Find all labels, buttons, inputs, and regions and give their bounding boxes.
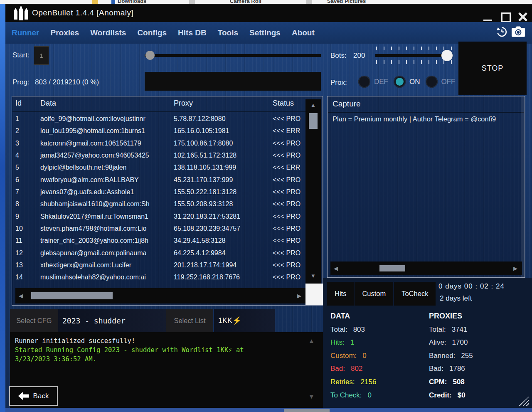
maximize-button[interactable] [501, 12, 511, 22]
window-bottom-edge [5, 408, 532, 412]
radio-icon[interactable] [426, 76, 438, 88]
bots-slider-thumb[interactable] [441, 50, 453, 61]
table-row[interactable]: 7 jevans07@g.uafs.edu:Asshole1 155.50.22… [15, 186, 305, 198]
back-button-label: Back [33, 392, 49, 400]
nav-tab[interactable]: Settings [249, 28, 281, 37]
stop-button[interactable]: STOP [458, 42, 527, 95]
nav-tab[interactable]: Tools [218, 28, 238, 37]
scrollbar-thumb[interactable] [309, 113, 318, 129]
select-config-button[interactable]: Select CFG [10, 309, 58, 332]
capture-vertical-scrollbar[interactable] [521, 97, 524, 277]
skip-slider-thumb[interactable] [145, 51, 155, 60]
column-header-proxy[interactable]: Proxy [174, 99, 273, 108]
cell-data: Shkatulov2017@mail.ru:Townsman1 [40, 210, 174, 222]
history-icon[interactable] [495, 25, 508, 38]
proxies-stats-rows: Total:3741 Alive:1700 Banned:255 Bad:178… [429, 323, 527, 402]
nav-tab[interactable]: Hits DB [178, 28, 207, 37]
results-tab-button[interactable]: Custom [355, 282, 393, 306]
prox-label: Prox: [330, 79, 347, 87]
minimize-button[interactable] [483, 20, 492, 21]
stat-value: $0 [458, 391, 466, 399]
camera-icon[interactable] [511, 25, 526, 38]
cell-proxy: 5.78.87.122:8080 [174, 113, 273, 125]
skip-slider-track[interactable] [145, 54, 321, 57]
table-row[interactable]: 8 shubhamjaiswal1610@gmail.com:Sh 155.50… [15, 198, 305, 210]
prox-radio-option[interactable]: ON [394, 76, 420, 88]
table-row[interactable]: 2 lou_lou1995@hotmail.com:1burns1 165.16… [15, 125, 305, 137]
scroll-down-icon[interactable]: ▼ [308, 394, 315, 399]
column-header-status[interactable]: Status [273, 99, 305, 108]
prox-radio-option[interactable]: OFF [426, 76, 456, 88]
table-header-divider [12, 111, 305, 112]
scroll-up-icon[interactable]: ▲ [310, 102, 316, 108]
table-row[interactable]: 6 nwaforyou@aim.com:BALLBABY 45.231.170.… [15, 174, 305, 186]
table-row[interactable]: 10 steven.pham4798@hotmail.com:Lio 65.10… [15, 222, 305, 234]
table-row[interactable]: 5 dylpicl@bellsouth.net:98jalen 138.118.… [15, 161, 305, 173]
back-button[interactable]: Back [9, 386, 58, 406]
cell-id: 10 [15, 222, 40, 234]
column-header-id[interactable]: Id [15, 99, 40, 108]
table-horizontal-scrollbar[interactable]: ◀ ▶ [15, 288, 305, 303]
results-buttons: HitsCustomToCheck [327, 282, 436, 306]
table-row[interactable]: 13 xthextigerx@gmail.com:Lucifer 201.218… [15, 259, 305, 271]
capture-horizontal-scrollbar[interactable]: ◀ ▶ [330, 262, 522, 275]
scroll-left-icon[interactable]: ◀ [334, 266, 338, 271]
table-row[interactable]: 3 katcronn@gmail.com:1061561179 175.100.… [15, 137, 305, 149]
table-row[interactable]: 9 Shkatulov2017@mail.ru:Townsman1 31.220… [15, 210, 305, 222]
cell-proxy: 45.231.170.137:999 [174, 174, 273, 186]
cell-id: 2 [15, 125, 40, 137]
window-bottom-edge-segment [284, 409, 330, 412]
prox-radio-option[interactable]: DEF [358, 76, 388, 88]
scroll-right-icon[interactable]: ▶ [297, 293, 301, 299]
cell-id: 6 [15, 174, 40, 186]
start-input[interactable]: 1 [34, 46, 49, 65]
radio-icon[interactable] [358, 76, 370, 88]
close-button[interactable] [517, 11, 528, 22]
desktop-folder-label: Saved Pictures [327, 0, 366, 4]
stat-value: 1700 [452, 338, 468, 346]
results-tab-button[interactable]: Hits [327, 282, 354, 306]
cell-data: nwaforyou@aim.com:BALLBABY [40, 174, 174, 186]
folder-icon-sliver [111, 0, 115, 4]
scroll-down-icon[interactable]: ▼ [310, 273, 316, 279]
nav-tab[interactable]: Wordlists [90, 28, 126, 37]
desktop-strip: Downloads Camera Roll Saved Pictures [0, 0, 532, 4]
scrollbar-thumb[interactable] [379, 265, 405, 271]
radio-icon[interactable] [394, 76, 406, 88]
nav-tab[interactable]: Runner [12, 28, 39, 37]
back-arrow-icon [18, 392, 29, 400]
cell-status: <<< PRO [273, 149, 305, 161]
table-row[interactable]: 1 aoife_99@hotmail.com:ilovejustinnr 5.7… [15, 113, 305, 125]
nav-tab[interactable]: Proxies [51, 28, 79, 37]
data-stats-rows: Total:803 Hits:1 Custom:0 Bad:802 Retrie… [330, 323, 424, 402]
bots-label: Bots: [330, 52, 347, 60]
scrollbar-corner [305, 284, 323, 305]
cell-id: 12 [15, 247, 40, 259]
nav-tab[interactable]: About [292, 28, 315, 37]
table-row[interactable]: 12 glebsapunar@gmail.com:polinauma 64.22… [15, 247, 305, 259]
bots-slider-ticks-top [376, 47, 452, 50]
cell-data: xthextigerx@gmail.com:Lucifer [40, 259, 174, 271]
cell-data: lou_lou1995@hotmail.com:1burns1 [40, 125, 174, 137]
cell-status: <<< PRO [273, 259, 305, 271]
table-row[interactable]: 14 muslimahsolehah82@yahoo.com:ai 119.25… [15, 271, 305, 283]
table-row[interactable]: 11 trainer_chic_2003@yahoo.com:1ij8h 34.… [15, 234, 305, 247]
cell-status: <<< PRO [273, 222, 305, 234]
cell-status: <<< PRO [273, 234, 305, 247]
column-header-data[interactable]: Data [40, 99, 174, 108]
results-tab-button[interactable]: ToCheck [394, 282, 436, 306]
scrollbar-thumb[interactable] [31, 292, 113, 299]
table-row[interactable]: 4 jamal34257@yahoo.com:946053425 102.165… [15, 149, 305, 161]
table-vertical-scrollbar[interactable]: ▲ ▼ [305, 99, 321, 284]
bots-slider-ticks-bottom [376, 60, 452, 64]
capture-content: Plan = Premium monthly | Author Telegram… [332, 115, 522, 123]
scroll-up-icon[interactable]: ▲ [308, 338, 315, 343]
cell-id: 13 [15, 259, 40, 271]
cell-status: <<< PRO [273, 174, 305, 186]
scroll-right-icon[interactable]: ▶ [513, 266, 517, 271]
stat-value: 1786 [449, 365, 465, 373]
select-list-button[interactable]: Select List [166, 309, 213, 332]
cell-status: <<< ERR [273, 161, 305, 173]
scroll-left-icon[interactable]: ◀ [19, 293, 23, 299]
nav-tab[interactable]: Configs [137, 28, 167, 37]
